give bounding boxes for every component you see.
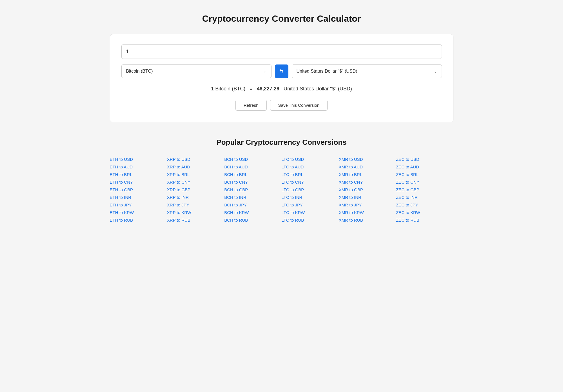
- conversion-link[interactable]: LTC to CNY: [281, 180, 339, 184]
- conversion-link[interactable]: BCH to CNY: [224, 180, 281, 184]
- conversion-link[interactable]: ZEC to GBP: [396, 187, 453, 192]
- to-currency-label: United States Dollar "$" (USD): [292, 65, 429, 78]
- converter-card: Bitcoin (BTC) ⌄ ⇆ United States Dollar "…: [110, 34, 453, 122]
- conversion-col-eth: ETH to USDETH to AUDETH to BRLETH to CNY…: [110, 157, 167, 222]
- conversion-link[interactable]: LTC to BRL: [281, 172, 339, 177]
- conversion-link[interactable]: ETH to USD: [110, 157, 167, 162]
- conversion-link[interactable]: XMR to KRW: [339, 210, 396, 215]
- conversion-link[interactable]: ZEC to AUD: [396, 164, 453, 169]
- to-currency-chevron-icon: ⌄: [429, 69, 442, 74]
- conversion-link[interactable]: LTC to KRW: [281, 210, 339, 215]
- conversion-link[interactable]: ZEC to KRW: [396, 210, 453, 215]
- amount-input[interactable]: [121, 44, 442, 59]
- conversion-link[interactable]: ZEC to CNY: [396, 180, 453, 184]
- conversion-link[interactable]: XMR to BRL: [339, 172, 396, 177]
- conversion-link[interactable]: ETH to BRL: [110, 172, 167, 177]
- conversion-link[interactable]: ETH to AUD: [110, 164, 167, 169]
- result-equals: =: [250, 86, 253, 92]
- conversion-link[interactable]: XMR to INR: [339, 195, 396, 200]
- conversion-col-xrp: XRP to USDXRP to AUDXRP to BRLXRP to CNY…: [167, 157, 224, 222]
- popular-title: Popular Cryptocurrency Conversions: [110, 138, 453, 147]
- conversion-link[interactable]: ZEC to JPY: [396, 202, 453, 207]
- conversion-link[interactable]: ZEC to BRL: [396, 172, 453, 177]
- result-from-text: 1 Bitcoin (BTC): [211, 86, 245, 92]
- conversion-link[interactable]: XRP to GBP: [167, 187, 224, 192]
- conversion-link[interactable]: BCH to GBP: [224, 187, 281, 192]
- result-value: 46,227.29: [257, 86, 279, 92]
- conversion-link[interactable]: ETH to GBP: [110, 187, 167, 192]
- conversion-link[interactable]: LTC to JPY: [281, 202, 339, 207]
- action-buttons: Refresh Save This Conversion: [121, 100, 442, 111]
- conversion-link[interactable]: ETH to INR: [110, 195, 167, 200]
- to-currency-select[interactable]: United States Dollar "$" (USD) ⌄: [292, 64, 442, 78]
- conversion-link[interactable]: XMR to USD: [339, 157, 396, 162]
- conversion-link[interactable]: BCH to BRL: [224, 172, 281, 177]
- conversion-link[interactable]: XRP to BRL: [167, 172, 224, 177]
- conversion-col-xmr: XMR to USDXMR to AUDXMR to BRLXMR to CNY…: [339, 157, 396, 222]
- conversion-col-ltc: LTC to USDLTC to AUDLTC to BRLLTC to CNY…: [281, 157, 339, 222]
- conversion-link[interactable]: XRP to INR: [167, 195, 224, 200]
- conversion-link[interactable]: LTC to USD: [281, 157, 339, 162]
- conversion-link[interactable]: BCH to AUD: [224, 164, 281, 169]
- save-conversion-button[interactable]: Save This Conversion: [270, 100, 328, 111]
- conversion-link[interactable]: XMR to JPY: [339, 202, 396, 207]
- conversion-link[interactable]: LTC to GBP: [281, 187, 339, 192]
- refresh-button[interactable]: Refresh: [235, 100, 267, 111]
- popular-section: Popular Cryptocurrency Conversions ETH t…: [110, 138, 453, 222]
- conversion-link[interactable]: XRP to KRW: [167, 210, 224, 215]
- conversion-link[interactable]: XRP to USD: [167, 157, 224, 162]
- conversion-link[interactable]: XRP to CNY: [167, 180, 224, 184]
- conversion-link[interactable]: XRP to RUB: [167, 218, 224, 222]
- conversion-link[interactable]: BCH to USD: [224, 157, 281, 162]
- conversion-col-bch: BCH to USDBCH to AUDBCH to BRLBCH to CNY…: [224, 157, 281, 222]
- conversion-link[interactable]: XRP to JPY: [167, 202, 224, 207]
- conversion-link[interactable]: XMR to CNY: [339, 180, 396, 184]
- from-currency-chevron-icon: ⌄: [259, 69, 271, 74]
- swap-button[interactable]: ⇆: [275, 64, 288, 78]
- page-title: Cryptocurrency Converter Calculator: [110, 14, 453, 24]
- conversion-link[interactable]: ETH to CNY: [110, 180, 167, 184]
- conversion-link[interactable]: XMR to RUB: [339, 218, 396, 222]
- conversion-link[interactable]: XMR to GBP: [339, 187, 396, 192]
- conversion-link[interactable]: BCH to RUB: [224, 218, 281, 222]
- conversion-col-zec: ZEC to USDZEC to AUDZEC to BRLZEC to CNY…: [396, 157, 453, 222]
- from-currency-label: Bitcoin (BTC): [122, 65, 259, 78]
- conversion-link[interactable]: LTC to AUD: [281, 164, 339, 169]
- conversion-link[interactable]: ZEC to INR: [396, 195, 453, 200]
- result-row: 1 Bitcoin (BTC) = 46,227.29 United State…: [121, 86, 442, 92]
- conversion-link[interactable]: LTC to INR: [281, 195, 339, 200]
- conversion-link[interactable]: BCH to INR: [224, 195, 281, 200]
- from-currency-select[interactable]: Bitcoin (BTC) ⌄: [121, 64, 272, 78]
- conversion-link[interactable]: BCH to JPY: [224, 202, 281, 207]
- currency-row: Bitcoin (BTC) ⌄ ⇆ United States Dollar "…: [121, 64, 442, 78]
- conversion-link[interactable]: ZEC to RUB: [396, 218, 453, 222]
- swap-icon: ⇆: [279, 68, 284, 74]
- conversion-link[interactable]: ETH to JPY: [110, 202, 167, 207]
- conversion-link[interactable]: ETH to KRW: [110, 210, 167, 215]
- conversion-link[interactable]: BCH to KRW: [224, 210, 281, 215]
- conversion-link[interactable]: ZEC to USD: [396, 157, 453, 162]
- conversions-grid: ETH to USDETH to AUDETH to BRLETH to CNY…: [110, 157, 453, 222]
- conversion-link[interactable]: LTC to RUB: [281, 218, 339, 222]
- result-currency: United States Dollar "$" (USD): [284, 86, 352, 92]
- conversion-link[interactable]: XMR to AUD: [339, 164, 396, 169]
- conversion-link[interactable]: ETH to RUB: [110, 218, 167, 222]
- conversion-link[interactable]: XRP to AUD: [167, 164, 224, 169]
